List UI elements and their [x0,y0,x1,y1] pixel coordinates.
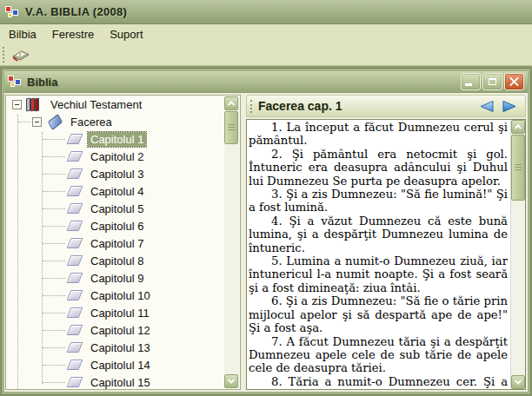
chapter-nav [477,100,518,113]
tree-scrollbar[interactable] [224,96,239,388]
books-stack-icon [26,98,43,111]
text-scrollbar[interactable] [510,120,525,389]
page-icon [67,307,83,318]
menu-item-biblia[interactable]: Bilbia [2,25,43,43]
page-icon [67,134,83,144]
tree-item-label: Facerea [68,115,115,129]
tree-item-chapter[interactable]: Capitolul 11 [6,304,240,321]
minimize-button[interactable] [461,73,481,90]
verse: 1. La început a făcut Dumnezeu cerul şi … [249,121,508,148]
tree-item-label: Capitolul 10 [88,288,153,303]
collapse-icon[interactable] [32,117,42,127]
tree-item-vechiul-testament[interactable]: Vechiul Testament [6,96,240,113]
tree-item-label: Capitolul 5 [88,201,146,216]
verse: 5. Lumina a numit-o Dumnezeu ziuă, iar î… [249,254,508,294]
scrollbar-thumb[interactable] [224,111,238,144]
tree-item-chapter[interactable]: Capitolul 3 [6,165,240,182]
verse: 3. Şi a zis Dumnezeu: "Să fie lumină!" Ş… [249,188,508,214]
child-content: Vechiul Testament Facerea Capitolul 1 Ca… [4,93,528,392]
previous-chapter-button[interactable] [477,100,495,113]
scroll-up-button[interactable] [224,96,238,110]
page-icon [67,255,83,266]
tree-item-label: Capitolul 9 [88,271,146,286]
tree-item-chapter[interactable]: Capitolul 13 [6,339,240,356]
scrollbar-thumb[interactable] [511,135,525,201]
arrow-left-icon [478,100,495,113]
verse-text-area[interactable]: 1. La început a făcut Dumnezeu cerul şi … [246,119,526,390]
reader-panel: Facerea cap. 1 [246,95,526,390]
tree-item-label: Capitolul 13 [88,340,153,355]
arrow-right-icon [502,100,518,113]
menu-bar: Bilbia Ferestre Suport [0,24,532,44]
maximize-icon [489,78,496,85]
close-button[interactable] [504,73,524,90]
toolbar [0,44,532,66]
tree-item-label: Vechiul Testament [48,97,144,112]
header-grip [250,100,252,113]
maximize-button[interactable] [482,73,502,90]
tree-item-facerea[interactable]: Facerea [6,113,240,130]
minimize-icon [465,83,472,86]
collapse-icon[interactable] [12,100,22,109]
verse: 6. Şi a zis Dumnezeu: "Să fie o tărie pr… [249,294,508,334]
page-icon [67,168,83,179]
tree-item-chapter[interactable]: Capitolul 12 [6,321,240,339]
scroll-down-button[interactable] [224,374,238,388]
tree-item-chapter[interactable]: Capitolul 9 [6,269,240,287]
verses-text: 1. La început a făcut Dumnezeu cerul şi … [249,121,508,389]
tree-item-label: Capitolul 4 [88,184,146,199]
tree-item-label: Capitolul 15 [88,375,153,390]
tree-item-label: Capitolul 7 [88,236,146,251]
page-icon [67,151,83,162]
tree-item-label: Capitolul 11 [88,306,152,320]
chevron-up-icon [515,124,522,131]
chevron-down-icon [515,377,522,384]
tree-item-chapter[interactable]: Capitolul 8 [6,252,240,269]
tree-item-chapter[interactable]: Capitolul 5 [6,200,240,217]
tree-item-label: Capitolul 3 [88,167,146,182]
menu-item-suport[interactable]: Suport [103,25,150,43]
page-icon [67,221,83,231]
page-icon [67,360,83,370]
verse: 8. Tăria a numit-o Dumnezeu cer. Şi a vă… [249,375,508,389]
child-titlebar[interactable]: Biblia [4,71,528,93]
tree-item-label: Capitolul 14 [88,358,153,373]
page-icon [67,203,83,214]
reader-header: Facerea cap. 1 [246,95,526,117]
tree-item-chapter[interactable]: Capitolul 14 [6,356,240,373]
window-title: V.A. BIBLIA (2008) [25,5,127,18]
page-icon [67,186,83,196]
titlebar: V.A. BIBLIA (2008) [0,0,532,24]
tree-item-chapter[interactable]: Capitolul 1 [6,130,240,148]
page-icon [67,290,83,300]
tree-item-label: Capitolul 12 [88,323,153,338]
app-window: V.A. BIBLIA (2008) Bilbia Ferestre Supor… [0,0,532,396]
toolbar-grip [3,47,4,63]
tree-item-chapter[interactable]: Capitolul 10 [6,287,240,304]
open-bible-button[interactable] [10,45,31,64]
page-icon [67,273,83,283]
tree-item-chapter[interactable]: Capitolul 6 [6,217,240,234]
blue-book-icon [48,114,63,130]
menu-item-ferestre[interactable]: Ferestre [45,25,101,43]
tree-item-label: Capitolul 2 [88,149,146,164]
open-book-icon [11,46,30,63]
child-window-icon [8,75,22,89]
child-window-title: Biblia [27,76,57,89]
chapter-title: Facerea cap. 1 [258,99,342,113]
tree-item-label: Capitolul 6 [88,219,146,234]
tree-item-chapter[interactable]: Capitolul 7 [6,234,240,252]
tree-item-label-selected: Capitolul 1 [88,132,146,147]
next-chapter-button[interactable] [501,100,518,113]
tree-item-label: Capitolul 8 [88,254,146,268]
page-icon [67,238,83,248]
verse: 7. A făcut Dumnezeu tăria şi a despărţit… [249,335,508,375]
chevron-up-icon [228,101,235,108]
tree-item-chapter[interactable]: Capitolul 4 [6,182,240,200]
scroll-down-button[interactable] [511,375,525,389]
tree-item-chapter[interactable]: Capitolul 2 [6,148,240,165]
window-controls [461,73,524,90]
scroll-up-button[interactable] [511,120,525,134]
verse: 4. Şi a văzut Dumnezeu că este bună lumi… [249,214,508,254]
tree-item-chapter[interactable]: Capitolul 15 [6,373,240,390]
